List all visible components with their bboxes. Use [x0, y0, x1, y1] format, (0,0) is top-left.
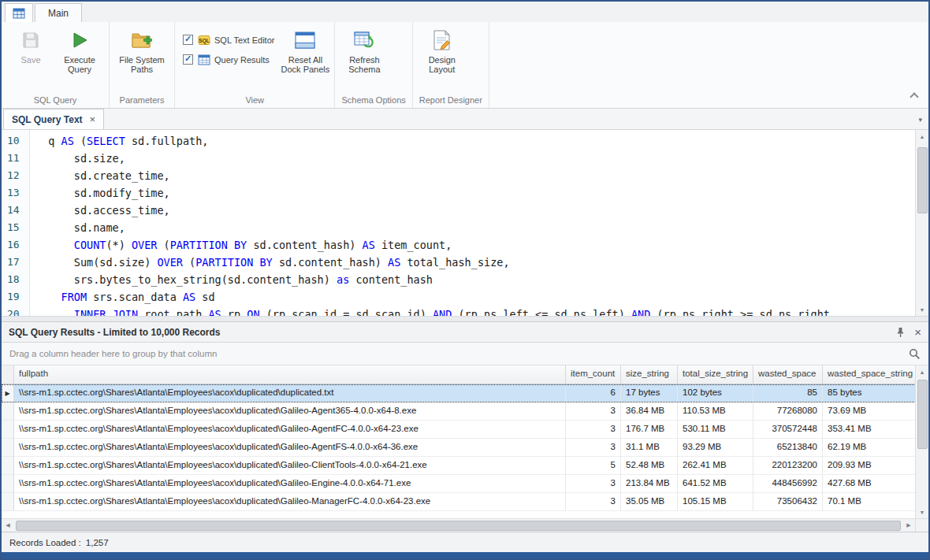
cell-total_size_string[interactable]: 93.29 MB	[678, 439, 753, 457]
cell-wasted_space[interactable]: 448456992	[753, 475, 823, 493]
cell-size_string[interactable]: 176.7 MB	[621, 421, 678, 439]
column-header-fullpath[interactable]: fullpath	[14, 365, 566, 384]
cell-fullpath[interactable]: \\srs-m1.sp.cctec.org\Shares\Atlanta\Emp…	[14, 493, 566, 511]
cell-fullpath[interactable]: \\srs-m1.sp.cctec.org\Shares\Atlanta\Emp…	[14, 421, 566, 439]
save-button[interactable]: Save	[6, 25, 55, 65]
table-row[interactable]: \\srs-m1.sp.cctec.org\Shares\Atlanta\Emp…	[2, 493, 915, 511]
execute-query-button[interactable]: Execute Query	[55, 25, 104, 74]
app-tab[interactable]	[5, 3, 33, 22]
cell-wasted_space[interactable]: 65213840	[753, 439, 823, 457]
cell-item_count[interactable]: 3	[566, 439, 621, 457]
cell-item_count[interactable]: 3	[566, 493, 621, 511]
scroll-up-icon[interactable]	[916, 365, 928, 378]
table-row[interactable]: \\srs-m1.sp.cctec.org\Shares\Atlanta\Emp…	[2, 421, 915, 439]
panel-splitter[interactable]	[2, 316, 928, 322]
code-line[interactable]: INNER JOIN root_path AS rp ON (rp.scan_i…	[35, 306, 915, 316]
cell-item_count[interactable]: 3	[566, 475, 621, 493]
editor-code[interactable]: q AS (SELECT sd.fullpath, sd.size, sd.cr…	[30, 130, 915, 316]
cell-size_string[interactable]: 52.48 MB	[621, 457, 678, 475]
sql-text-editor-checkbox[interactable]: SQL SQL Text Editor	[183, 33, 274, 46]
code-line[interactable]: Sum(sd.size) OVER (PARTITION BY sd.conte…	[35, 254, 915, 271]
query-results-checkbox[interactable]: Query Results	[183, 53, 274, 66]
tab-sql-query-text[interactable]: SQL Query Text	[3, 109, 104, 129]
tab-main[interactable]: Main	[35, 3, 82, 22]
code-line[interactable]: COUNT(*) OVER (PARTITION BY sd.content_h…	[35, 236, 915, 254]
grid-vertical-scrollbar[interactable]	[915, 365, 928, 518]
code-line[interactable]: srs.bytes_to_hex_string(sd.content_hash)…	[35, 271, 915, 288]
refresh-schema-button[interactable]: Refresh Schema	[340, 25, 389, 74]
collapse-ribbon-chevron-icon[interactable]	[910, 92, 918, 101]
cell-size_string[interactable]: 213.84 MB	[621, 475, 678, 493]
cell-wasted_space_string[interactable]: 85 bytes	[823, 384, 915, 402]
code-line[interactable]: sd.modify_time,	[35, 184, 915, 202]
scroll-left-icon[interactable]	[2, 522, 14, 528]
group-by-bar[interactable]: Drag a column header here to group by th…	[2, 343, 928, 365]
cell-fullpath[interactable]: \\srs-m1.sp.cctec.org\Shares\Atlanta\Emp…	[14, 384, 566, 402]
column-header-item_count[interactable]: item_count	[566, 365, 621, 384]
cell-item_count[interactable]: 3	[566, 421, 621, 439]
code-line[interactable]: sd.size,	[35, 150, 915, 167]
cell-item_count[interactable]: 3	[566, 402, 621, 421]
cell-total_size_string[interactable]: 641.52 MB	[678, 475, 753, 493]
code-line[interactable]: sd.name,	[35, 219, 915, 236]
code-line[interactable]: FROM srs.scan_data AS sd	[35, 288, 915, 306]
column-header-total_size_string[interactable]: total_size_string	[678, 365, 753, 384]
scroll-down-icon[interactable]	[916, 506, 928, 518]
cell-wasted_space[interactable]: 370572448	[753, 421, 823, 439]
cell-fullpath[interactable]: \\srs-m1.sp.cctec.org\Shares\Atlanta\Emp…	[14, 457, 566, 475]
scroll-down-icon[interactable]	[916, 303, 928, 316]
cell-total_size_string[interactable]: 110.53 MB	[678, 402, 753, 421]
cell-item_count[interactable]: 5	[566, 457, 621, 475]
table-row[interactable]: \\srs-m1.sp.cctec.org\Shares\Atlanta\Emp…	[2, 457, 915, 475]
cell-wasted_space[interactable]: 73506432	[753, 493, 823, 511]
close-icon[interactable]	[90, 114, 96, 124]
code-line[interactable]: sd.access_time,	[35, 202, 915, 219]
cell-total_size_string[interactable]: 530.11 MB	[678, 421, 753, 439]
editor-vertical-scrollbar[interactable]	[915, 130, 928, 316]
cell-wasted_space_string[interactable]: 70.1 MB	[823, 493, 915, 511]
scroll-up-icon[interactable]	[916, 130, 928, 143]
cell-total_size_string[interactable]: 262.41 MB	[678, 457, 753, 475]
design-layout-button[interactable]: Design Layout	[418, 25, 467, 74]
cell-size_string[interactable]: 35.05 MB	[621, 493, 678, 511]
cell-fullpath[interactable]: \\srs-m1.sp.cctec.org\Shares\Atlanta\Emp…	[14, 402, 566, 421]
cell-size_string[interactable]: 17 bytes	[621, 384, 678, 402]
grid-hscroll-thumb[interactable]	[16, 521, 901, 531]
scroll-right-icon[interactable]	[902, 522, 915, 528]
table-row[interactable]: \\srs-m1.sp.cctec.org\Shares\Atlanta\Emp…	[2, 439, 915, 457]
cell-fullpath[interactable]: \\srs-m1.sp.cctec.org\Shares\Atlanta\Emp…	[14, 475, 566, 493]
cell-wasted_space_string[interactable]: 209.93 MB	[823, 457, 915, 475]
cell-wasted_space_string[interactable]: 62.19 MB	[823, 439, 915, 457]
cell-wasted_space[interactable]: 77268080	[753, 402, 823, 421]
code-line[interactable]: sd.create_time,	[35, 167, 915, 184]
file-system-paths-button[interactable]: File System Paths	[114, 25, 169, 74]
cell-fullpath[interactable]: \\srs-m1.sp.cctec.org\Shares\Atlanta\Emp…	[14, 439, 566, 457]
column-header-size_string[interactable]: size_string	[621, 365, 678, 384]
pin-icon[interactable]	[896, 327, 905, 338]
column-header-wasted_space[interactable]: wasted_space	[753, 365, 823, 384]
table-row[interactable]: \\srs-m1.sp.cctec.org\Shares\Atlanta\Emp…	[2, 475, 915, 493]
sql-editor[interactable]: 1011121314151617181920 q AS (SELECT sd.f…	[2, 130, 928, 316]
cell-wasted_space[interactable]: 85	[753, 384, 823, 402]
cell-wasted_space_string[interactable]: 353.41 MB	[823, 421, 915, 439]
ribbon-group-label-sql-query: SQL Query	[3, 95, 107, 108]
table-row[interactable]: \\srs-m1.sp.cctec.org\Shares\Atlanta\Emp…	[2, 402, 915, 421]
editor-scroll-thumb[interactable]	[917, 147, 928, 213]
cell-wasted_space_string[interactable]: 427.68 MB	[823, 475, 915, 493]
cell-wasted_space_string[interactable]: 73.69 MB	[823, 402, 915, 421]
cell-total_size_string[interactable]: 105.15 MB	[678, 493, 753, 511]
grid-scroll-thumb[interactable]	[917, 380, 928, 449]
cell-item_count[interactable]: 6	[566, 384, 621, 402]
table-row[interactable]: \\srs-m1.sp.cctec.org\Shares\Atlanta\Emp…	[2, 384, 915, 402]
chevron-down-icon[interactable]	[918, 116, 922, 124]
search-icon[interactable]	[909, 348, 921, 360]
code-line[interactable]: q AS (SELECT sd.fullpath,	[35, 132, 915, 150]
column-header-wasted_space_string[interactable]: wasted_space_string	[823, 365, 915, 384]
cell-total_size_string[interactable]: 102 bytes	[678, 384, 753, 402]
cell-wasted_space[interactable]: 220123200	[753, 457, 823, 475]
grid-horizontal-scrollbar[interactable]	[2, 519, 915, 532]
reset-dock-panels-button[interactable]: Reset All Dock Panels	[281, 25, 329, 74]
close-icon[interactable]	[914, 326, 921, 338]
cell-size_string[interactable]: 36.84 MB	[621, 402, 678, 421]
cell-size_string[interactable]: 31.1 MB	[621, 439, 678, 457]
